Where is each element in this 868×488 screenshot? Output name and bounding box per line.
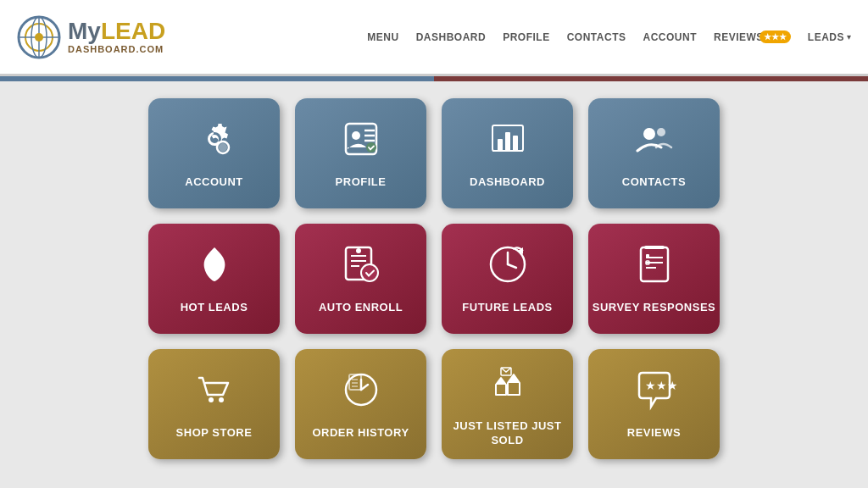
tile-survey-responses[interactable]: SURVEY RESPONSES — [588, 224, 720, 334]
tile-contacts[interactable]: CONTACTS — [588, 98, 720, 208]
nav-contacts[interactable]: CONTACTS — [567, 31, 626, 43]
tile-dashboard-label: DASHBOARD — [470, 175, 545, 190]
tile-order-history-label: ORDER HISTORY — [312, 426, 409, 441]
logo-my: My — [68, 19, 101, 43]
nav-menu[interactable]: MENU — [367, 31, 398, 43]
tile-future-leads[interactable]: FUTURE LEADS — [442, 224, 573, 334]
svg-point-12 — [366, 142, 376, 152]
header: My LEAD DASHBOARD.COM MENU DASHBOARD PRO… — [0, 0, 868, 76]
tile-hot-leads[interactable]: HOT LEADS — [148, 224, 280, 334]
tile-auto-enroll-label: AUTO ENROLL — [319, 301, 403, 315]
color-bars — [0, 76, 868, 81]
tile-reviews-label: REVIEWS — [627, 426, 681, 441]
svg-rect-15 — [498, 139, 503, 151]
bar-blue — [0, 76, 434, 81]
tile-future-leads-label: FUTURE LEADS — [462, 301, 552, 315]
tile-row-3: SHOP STORE ORDER HISTORY — [85, 349, 783, 459]
order-icon — [339, 368, 383, 418]
svg-line-28 — [508, 264, 516, 268]
svg-point-24 — [361, 264, 378, 281]
fire-icon — [192, 242, 236, 292]
svg-point-18 — [643, 128, 655, 140]
bar-dark — [434, 76, 868, 81]
tile-row-1: ACCOUNT PROFILE — [85, 98, 783, 208]
logo-icon — [17, 15, 61, 59]
chart-icon — [486, 117, 530, 167]
autoenroll-icon — [339, 242, 383, 292]
tile-hot-leads-label: HOT LEADS — [181, 301, 248, 315]
nav-reviews[interactable]: REVIEWS — [714, 31, 764, 43]
contacts-icon — [632, 117, 676, 167]
logo-text: My LEAD DASHBOARD.COM — [68, 19, 165, 54]
svg-point-37 — [219, 397, 224, 402]
tile-just-listed-label: JUST LISTED JUST SOLD — [442, 419, 573, 448]
nav-reviews-group: REVIEWS ★★★ — [714, 30, 791, 43]
tile-just-listed[interactable]: JUST LISTED JUST SOLD — [442, 349, 573, 459]
tile-dashboard[interactable]: DASHBOARD — [442, 98, 573, 208]
nav-account[interactable]: ACCOUNT — [643, 31, 697, 43]
tile-account[interactable]: ACCOUNT — [148, 98, 280, 208]
tile-account-label: ACCOUNT — [185, 175, 243, 190]
logo-area: My LEAD DASHBOARD.COM — [17, 15, 165, 59]
svg-rect-34 — [646, 254, 649, 258]
cart-icon — [192, 368, 236, 418]
logo-sub: DASHBOARD.COM — [68, 45, 165, 54]
nav-dashboard[interactable]: DASHBOARD — [416, 31, 487, 43]
tile-contacts-label: CONTACTS — [622, 175, 686, 190]
svg-text:★★★: ★★★ — [645, 379, 676, 392]
tile-profile-label: PROFILE — [336, 175, 387, 190]
tile-auto-enroll[interactable]: AUTO ENROLL — [295, 224, 426, 334]
nav: MENU DASHBOARD PROFILE CONTACTS ACCOUNT … — [367, 30, 851, 43]
nav-profile[interactable]: PROFILE — [503, 31, 550, 43]
survey-icon — [632, 242, 676, 292]
reviews-icon: ★★★ — [632, 368, 676, 418]
svg-rect-30 — [641, 247, 668, 281]
main-content: ACCOUNT PROFILE — [0, 81, 868, 476]
house-icon — [486, 361, 530, 411]
tile-shop-store-label: SHOP STORE — [176, 426, 253, 441]
tile-shop-store[interactable]: SHOP STORE — [148, 349, 280, 459]
svg-rect-17 — [513, 136, 518, 151]
svg-point-5 — [35, 33, 43, 42]
tile-order-history[interactable]: ORDER HISTORY — [295, 349, 426, 459]
tile-profile[interactable]: PROFILE — [295, 98, 426, 208]
tile-reviews[interactable]: ★★★ REVIEWS — [588, 349, 720, 459]
future-icon — [486, 242, 530, 292]
leads-dropdown-icon: ▾ — [847, 32, 851, 42]
svg-point-8 — [352, 131, 360, 140]
svg-rect-16 — [505, 132, 510, 151]
gear-icon — [192, 117, 236, 167]
tile-row-2: HOT LEADS AUTO ENROLL — [85, 224, 783, 334]
nav-leads[interactable]: LEADS — [808, 31, 844, 43]
reviews-badge: ★★★ — [760, 30, 791, 43]
svg-point-25 — [356, 248, 361, 253]
tile-survey-responses-label: SURVEY RESPONSES — [593, 301, 716, 315]
svg-point-19 — [657, 128, 665, 136]
logo-lead: LEAD — [101, 19, 165, 43]
nav-leads-group[interactable]: LEADS ▾ — [808, 31, 851, 43]
profile-icon — [339, 117, 383, 167]
svg-point-36 — [209, 397, 214, 402]
